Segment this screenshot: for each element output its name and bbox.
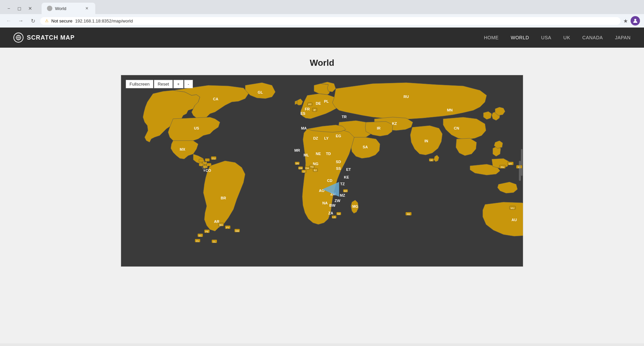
svg-text:MU: MU: [511, 207, 515, 209]
page-content: World Fullscreen Reset + -: [0, 48, 644, 274]
svg-text:SO: SO: [344, 190, 347, 192]
browser-title-bar: − ◻ ✕ World ✕: [0, 0, 644, 14]
active-tab[interactable]: World ✕: [42, 3, 95, 14]
navbar-brand: SCRATCH MAP: [13, 33, 75, 43]
address-bar-row: ← → ↻ ⚠ Not secure 192.168.1.18:8352/map…: [0, 14, 644, 28]
nav-usa[interactable]: USA: [541, 35, 551, 40]
svg-text:SZ: SZ: [337, 213, 341, 215]
zoom-in-button[interactable]: +: [173, 80, 183, 88]
svg-text:PE: PE: [205, 231, 209, 233]
svg-text:LS: LS: [333, 216, 336, 218]
address-bar[interactable]: ⚠ Not secure 192.168.1.18:8352/map/world: [40, 17, 621, 25]
svg-text:LK: LK: [430, 159, 433, 161]
svg-point-0: [634, 19, 636, 21]
tab-bar: World ✕: [38, 3, 99, 14]
browser-chrome: − ◻ ✕ World ✕ ← → ↻ ⚠ Not secure 192.168…: [0, 0, 644, 28]
page-title: World: [7, 58, 637, 68]
tab-close-btn[interactable]: ✕: [84, 5, 90, 11]
address-text: 192.168.1.18:8352/map/world: [75, 18, 616, 23]
svg-rect-52: [521, 149, 523, 176]
svg-text:BJ: BJ: [314, 169, 317, 171]
navbar: SCRATCH MAP HOME WORLD USA UK CANADA JAP…: [0, 28, 644, 48]
svg-text:GH: GH: [306, 167, 309, 169]
browser-minimize-btn[interactable]: −: [4, 4, 13, 13]
svg-text:SM: SM: [235, 230, 239, 232]
nav-world[interactable]: WORLD: [511, 35, 529, 40]
zoom-out-button[interactable]: -: [184, 80, 193, 88]
fullscreen-button[interactable]: Fullscreen: [126, 80, 153, 88]
svg-text:BO: BO: [219, 224, 223, 226]
security-label: Not secure: [51, 18, 72, 23]
bookmark-btn[interactable]: ★: [623, 18, 628, 24]
browser-restore-btn[interactable]: ◻: [15, 4, 24, 13]
nav-home[interactable]: HOME: [484, 35, 499, 40]
app-container: SCRATCH MAP HOME WORLD USA UK CANADA JAP…: [0, 28, 644, 343]
forward-btn[interactable]: →: [16, 16, 25, 26]
brand-name: SCRATCH MAP: [27, 34, 75, 41]
svg-text:EC: EC: [199, 235, 202, 237]
tab-favicon: [47, 6, 52, 11]
svg-text:GN: GN: [299, 167, 303, 169]
nav-uk[interactable]: UK: [564, 35, 570, 40]
svg-text:CI: CI: [303, 170, 305, 173]
svg-rect-119: [205, 158, 210, 161]
map-svg-container: CA US MX GL BR AR RU CN MN: [121, 75, 523, 266]
map-controls: Fullscreen Reset + -: [126, 80, 193, 88]
back-btn[interactable]: ←: [4, 16, 13, 26]
svg-text:SN: SN: [296, 162, 299, 165]
reset-button[interactable]: Reset: [154, 80, 173, 88]
navbar-links: HOME WORLD USA UK CANADA JAPAN: [484, 35, 631, 40]
svg-text:PY: PY: [226, 227, 229, 229]
profile-btn[interactable]: [631, 16, 640, 26]
svg-text:IT: IT: [314, 109, 316, 111]
map-container[interactable]: Fullscreen Reset + -: [121, 75, 523, 267]
nav-japan[interactable]: JAPAN: [615, 35, 631, 40]
browser-close-btn[interactable]: ✕: [25, 4, 35, 13]
map-scrollbar[interactable]: [519, 161, 521, 181]
browser-controls: − ◻ ✕: [4, 4, 35, 13]
svg-text:PT: PT: [309, 103, 312, 106]
svg-text:CL: CL: [196, 240, 199, 242]
svg-point-129: [204, 170, 205, 171]
brand-icon: [13, 33, 23, 43]
tab-title: World: [55, 6, 66, 11]
svg-rect-117: [199, 159, 204, 162]
svg-text:PH: PH: [501, 166, 504, 168]
svg-text:TG: TG: [310, 166, 314, 168]
svg-text:MY: MY: [509, 163, 513, 165]
svg-text:RE: RE: [407, 213, 410, 215]
security-icon: ⚠: [45, 18, 49, 23]
svg-text:CL: CL: [213, 241, 216, 243]
nav-canada[interactable]: CANADA: [582, 35, 603, 40]
svg-text:CU: CU: [212, 157, 215, 160]
refresh-btn[interactable]: ↻: [28, 16, 38, 26]
